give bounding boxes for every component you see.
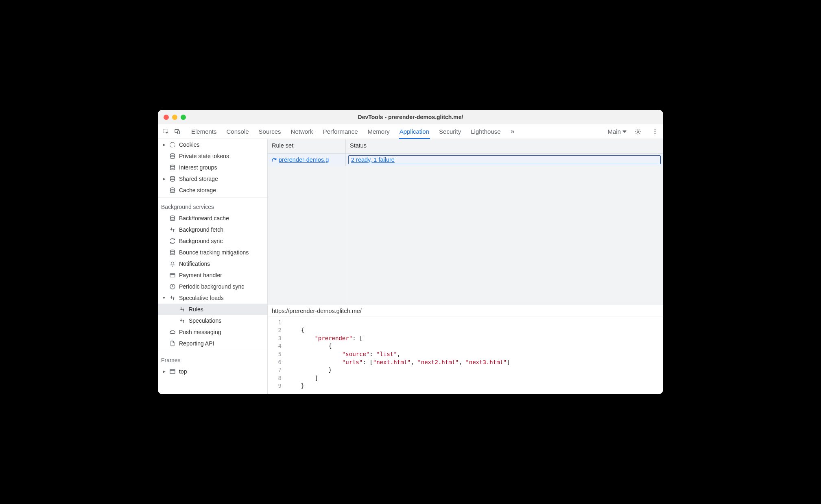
sidebar-item-frame-top[interactable]: ▶ top	[158, 366, 267, 377]
sync-icon	[169, 238, 176, 244]
application-sidebar: ▶ Cookies Private state tokens Interest …	[158, 139, 268, 394]
tab-network[interactable]: Network	[290, 124, 314, 139]
database-icon	[169, 187, 176, 193]
sidebar-item-background-fetch[interactable]: Background fetch	[158, 224, 267, 235]
sidebar-label: Speculations	[189, 317, 221, 324]
detail-url: https://prerender-demos.glitch.me/	[268, 305, 663, 317]
window-icon	[169, 368, 176, 375]
sidebar-item-rules[interactable]: Rules	[158, 304, 267, 315]
more-tabs-icon[interactable]: »	[510, 124, 515, 139]
fetch-icon	[169, 295, 176, 301]
database-icon	[169, 215, 176, 222]
chevron-right-icon: ▶	[162, 177, 166, 181]
sidebar-item-periodic-bg-sync[interactable]: Periodic background sync	[158, 281, 267, 292]
svg-point-7	[170, 142, 175, 147]
sidebar-label: top	[179, 368, 187, 375]
database-icon	[169, 176, 176, 182]
main-toolbar: Elements Console Sources Network Perform…	[158, 124, 663, 139]
divider	[158, 198, 267, 198]
tab-application[interactable]: Application	[399, 125, 430, 139]
section-background-services: Background services	[158, 200, 267, 213]
svg-point-3	[637, 131, 639, 133]
sidebar-item-cookies[interactable]: ▶ Cookies	[158, 139, 267, 150]
tab-elements[interactable]: Elements	[190, 124, 218, 139]
tab-console[interactable]: Console	[226, 124, 250, 139]
svg-point-5	[655, 131, 656, 132]
sidebar-item-notifications[interactable]: Notifications	[158, 258, 267, 269]
settings-icon[interactable]	[632, 126, 644, 137]
svg-point-4	[655, 129, 656, 130]
frame-selector[interactable]: Main	[607, 128, 627, 135]
titlebar: DevTools - prerender-demos.glitch.me/	[158, 110, 663, 124]
sidebar-label: Cookies	[179, 141, 200, 148]
sidebar-item-push-messaging[interactable]: Push messaging	[158, 326, 267, 338]
sidebar-item-payment-handler[interactable]: Payment handler	[158, 269, 267, 281]
traffic-lights	[164, 115, 186, 120]
sidebar-item-cache-storage[interactable]: Cache storage	[158, 185, 267, 196]
column-header-status[interactable]: Status	[346, 139, 663, 153]
code-content[interactable]: { "prerender": [ { "source": "list", "ur…	[287, 319, 663, 390]
ruleset-grid-header: Rule set Status	[268, 139, 663, 154]
sidebar-label: Shared storage	[179, 176, 218, 182]
chevron-right-icon: ▶	[162, 369, 166, 374]
svg-point-6	[655, 133, 656, 134]
database-icon	[169, 249, 176, 256]
sidebar-label: Cache storage	[179, 187, 216, 193]
sidebar-item-private-state-tokens[interactable]: Private state tokens	[158, 150, 267, 162]
tab-lighthouse[interactable]: Lighthouse	[470, 124, 501, 139]
svg-point-11	[170, 188, 175, 189]
sidebar-label: Rules	[189, 306, 203, 313]
database-icon	[169, 153, 176, 159]
more-options-icon[interactable]	[649, 126, 661, 137]
sidebar-label: Reporting API	[179, 340, 214, 347]
fetch-icon	[169, 226, 176, 233]
cookie-icon	[169, 141, 176, 148]
ruleset-row[interactable]: prerender-demos.g 2 ready, 1 failure	[268, 154, 663, 166]
sidebar-item-bounce-tracking[interactable]: Bounce tracking mitigations	[158, 247, 267, 258]
sidebar-item-bf-cache[interactable]: Back/forward cache	[158, 213, 267, 224]
tab-performance[interactable]: Performance	[322, 124, 359, 139]
sidebar-label: Periodic background sync	[179, 283, 244, 290]
chevron-right-icon: ▶	[162, 143, 166, 147]
device-toolbar-icon[interactable]	[172, 126, 183, 137]
sidebar-item-reporting-api[interactable]: Reporting API	[158, 338, 267, 349]
bell-icon	[169, 261, 176, 267]
sidebar-label: Speculative loads	[179, 295, 224, 301]
fetch-icon	[179, 306, 186, 313]
database-icon	[169, 164, 176, 171]
status-link[interactable]: 2 ready, 1 failure	[348, 155, 661, 164]
svg-point-10	[170, 176, 175, 178]
grid-empty-area	[268, 166, 663, 305]
minimize-window-button[interactable]	[172, 115, 177, 120]
section-frames: Frames	[158, 353, 267, 366]
tab-security[interactable]: Security	[438, 124, 462, 139]
tab-sources[interactable]: Sources	[258, 124, 282, 139]
chevron-down-icon	[622, 130, 627, 133]
svg-point-12	[170, 216, 175, 217]
maximize-window-button[interactable]	[181, 115, 186, 120]
svg-rect-2	[178, 131, 180, 134]
sidebar-label: Payment handler	[179, 272, 222, 278]
tab-memory[interactable]: Memory	[367, 124, 391, 139]
sidebar-item-speculations[interactable]: Speculations	[158, 315, 267, 326]
column-header-ruleset[interactable]: Rule set	[268, 139, 346, 153]
close-window-button[interactable]	[164, 115, 169, 120]
sidebar-item-speculative-loads[interactable]: ▼ Speculative loads	[158, 292, 267, 304]
fetch-icon	[179, 317, 186, 324]
sidebar-label: Background fetch	[179, 226, 223, 233]
clock-icon	[169, 283, 176, 290]
svg-point-9	[170, 165, 175, 167]
sidebar-label: Notifications	[179, 261, 210, 267]
inspect-element-icon[interactable]	[160, 126, 172, 137]
divider	[158, 351, 267, 351]
sidebar-label: Bounce tracking mitigations	[179, 249, 249, 256]
devtools-window: DevTools - prerender-demos.glitch.me/ El…	[158, 110, 663, 394]
ruleset-link[interactable]: prerender-demos.g	[279, 156, 329, 163]
sidebar-label: Background sync	[179, 238, 223, 244]
credit-card-icon	[169, 272, 176, 278]
sidebar-item-shared-storage[interactable]: ▶ Shared storage	[158, 173, 267, 185]
sidebar-item-background-sync[interactable]: Background sync	[158, 235, 267, 247]
sidebar-item-interest-groups[interactable]: Interest groups	[158, 162, 267, 173]
svg-rect-14	[170, 274, 175, 277]
svg-rect-17	[170, 369, 175, 373]
